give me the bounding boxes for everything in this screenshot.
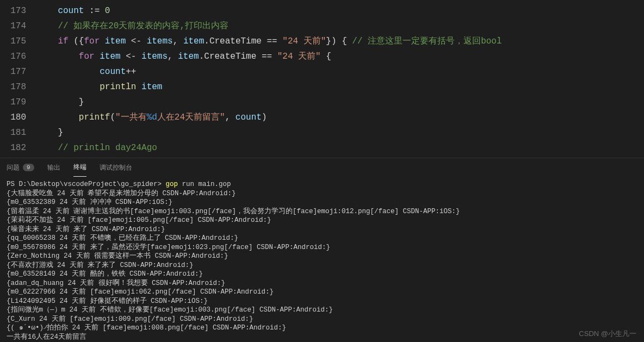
- line-number: 177: [0, 64, 26, 79]
- line-number: 174: [0, 18, 26, 34]
- panel-tabs: 问题 9 输出 终端 调试控制台: [0, 158, 644, 177]
- terminal-line: 一共有16人在24天前留言: [7, 333, 637, 342]
- code-line[interactable]: if ({for item <- items, item.CreateTime …: [37, 34, 644, 49]
- tab-problems[interactable]: 问题 9: [7, 159, 34, 177]
- line-number: 180: [0, 110, 26, 125]
- tab-terminal[interactable]: 终端: [73, 158, 86, 177]
- tab-label: 终端: [73, 163, 86, 172]
- terminal-prompt-line: PS D:\Desktop\vscodeProject\go_spider> g…: [7, 180, 637, 189]
- terminal-line: {茉莉花不加盐 24 天前 [face]emoji:005.png[/face]…: [7, 216, 637, 225]
- line-number: 175: [0, 34, 26, 49]
- terminal-line: {Zero_Nothing 24 天前 很需要这样一本书 CSDN-APP:An…: [7, 252, 637, 261]
- terminal-line: {大猫脸爱吃鱼 24 天前 希望不是来增加分母的 CSDN-APP:Androi…: [7, 189, 637, 198]
- code-editor[interactable]: 173174175176177178179180181182 count := …: [0, 0, 644, 158]
- terminal-line: {留着温柔 24 天前 谢谢博主送我的书[face]emoji:003.png[…: [7, 207, 637, 216]
- terminal-line: {指间微光m（—）m 24 天前 不错欸，好像要[face]emoji:003.…: [7, 306, 637, 315]
- tab-label: 调试控制台: [100, 163, 132, 172]
- code-line[interactable]: printf("一共有%d人在24天前留言", count): [37, 110, 644, 125]
- code-line[interactable]: for item <- items, item.CreateTime == "2…: [37, 49, 644, 64]
- line-number: 176: [0, 49, 26, 64]
- terminal-line: {m0_55678986 24 天前 来了，虽然还没学[face]emoji:0…: [7, 243, 637, 252]
- line-number: 179: [0, 95, 26, 110]
- terminal-line: {m0_63532389 24 天前 冲冲冲 CSDN-APP:iOS:}: [7, 198, 637, 207]
- code-line[interactable]: // 如果存在20天前发表的内容,打印出内容: [37, 18, 644, 34]
- terminal-line: {m0_63528149 24 天前 酷的，铁铁 CSDN-APP:Androi…: [7, 270, 637, 279]
- terminal-line: {adan_dq_huang 24 天前 很好啊！我想要 CSDN-APP:An…: [7, 279, 637, 288]
- terminal-line: {Li424092495 24 天前 好像挺不错的样子 CSDN-APP:iOS…: [7, 297, 637, 306]
- terminal-line: {( ๑´•ω•)৴拍拍你 24 天前 [face]emoji:008.png[…: [7, 324, 637, 333]
- tab-output[interactable]: 输出: [47, 159, 60, 177]
- problems-badge: 9: [23, 164, 34, 171]
- terminal-line: {C_Xurn 24 天前 [face]emoji:009.png[/face]…: [7, 315, 637, 324]
- line-number: 178: [0, 79, 26, 95]
- code-line[interactable]: count++: [37, 64, 644, 79]
- terminal-line: {噪音未来 24 天前 来了 CSDN-APP:Android:}: [7, 225, 637, 234]
- terminal-panel[interactable]: PS D:\Desktop\vscodeProject\go_spider> g…: [0, 177, 644, 342]
- line-gutter: 173174175176177178179180181182: [0, 0, 37, 158]
- watermark: CSDN @小生凡一: [579, 329, 636, 339]
- tab-label: 问题: [7, 163, 20, 172]
- line-number: 182: [0, 140, 26, 156]
- terminal-line: {不喜欢打游戏 24 天前 来了来了 CSDN-APP:Android:}: [7, 261, 637, 270]
- code-line[interactable]: count := 0: [37, 3, 644, 18]
- code-line[interactable]: }: [37, 95, 644, 110]
- tab-debug-console[interactable]: 调试控制台: [100, 159, 132, 177]
- code-line[interactable]: // println day24Ago: [37, 140, 644, 156]
- tab-label: 输出: [47, 163, 60, 172]
- line-number: 173: [0, 3, 26, 18]
- line-number: 181: [0, 125, 26, 140]
- code-line[interactable]: println item: [37, 79, 644, 95]
- code-line[interactable]: }: [37, 125, 644, 140]
- terminal-line: {m0_62227966 24 天前 [face]emoji:062.png[/…: [7, 288, 637, 297]
- terminal-line: {qq_60065238 24 天前 不错噢，已经在路上了 CSDN-APP:A…: [7, 234, 637, 243]
- code-content[interactable]: count := 0 // 如果存在20天前发表的内容,打印出内容 if ({f…: [37, 0, 644, 158]
